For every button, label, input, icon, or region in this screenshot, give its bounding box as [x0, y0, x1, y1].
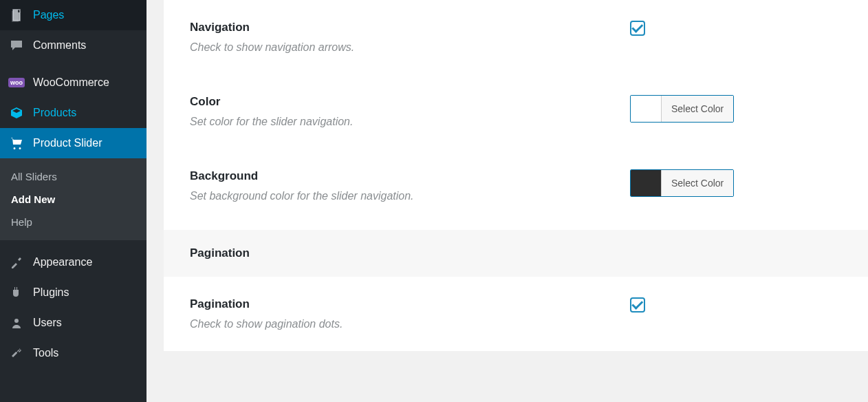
field-color: Color Set color for the slider navigatio… [164, 54, 868, 128]
navigation-checkbox[interactable] [630, 21, 645, 36]
sidebar-item-pages[interactable]: Pages [0, 0, 147, 30]
admin-sidebar: Pages Comments woo WooCommerce Products … [0, 0, 147, 402]
color-desc: Set color for the slider navigation. [190, 116, 630, 128]
submenu-add-new[interactable]: Add New [0, 188, 147, 211]
settings-panel: Navigation Check to show navigation arro… [164, 0, 868, 351]
field-pagination: Pagination Check to show pagination dots… [164, 277, 868, 330]
woo-icon: woo [8, 74, 25, 91]
sidebar-label: Appearance [33, 256, 92, 268]
pagination-section-header: Pagination [164, 230, 868, 277]
sidebar-item-users[interactable]: Users [0, 308, 147, 338]
pagination-section-title: Pagination [190, 246, 842, 260]
background-title: Background [190, 169, 630, 183]
sidebar-label: Product Slider [33, 137, 102, 149]
main-content: Navigation Check to show navigation arro… [147, 0, 868, 402]
sidebar-item-products[interactable]: Products [0, 98, 147, 128]
background-color-picker[interactable]: Select Color [630, 169, 734, 197]
plugins-icon [8, 284, 25, 301]
sidebar-item-appearance[interactable]: Appearance [0, 247, 147, 277]
pagination-checkbox[interactable] [630, 297, 645, 313]
pagination-title: Pagination [190, 297, 630, 311]
submenu-all-sliders[interactable]: All Sliders [0, 165, 147, 188]
sidebar-label: Users [33, 317, 62, 329]
pagination-desc: Check to show pagination dots. [190, 318, 630, 330]
submenu-help[interactable]: Help [0, 211, 147, 233]
color-title: Color [190, 95, 630, 109]
background-swatch [631, 170, 661, 196]
color-picker[interactable]: Select Color [630, 95, 734, 123]
field-navigation: Navigation Check to show navigation arro… [164, 0, 868, 54]
sidebar-label: Comments [33, 39, 86, 52]
navigation-title: Navigation [190, 21, 630, 34]
background-select-button: Select Color [661, 170, 733, 196]
products-icon [8, 105, 25, 121]
svg-point-2 [14, 319, 19, 323]
sidebar-item-tools[interactable]: Tools [0, 338, 147, 368]
sidebar-label: Products [33, 107, 76, 119]
sidebar-label: Plugins [33, 286, 69, 299]
product-slider-submenu: All Sliders Add New Help [0, 158, 147, 240]
sidebar-label: Pages [33, 9, 64, 21]
field-background: Background Set background color for the … [164, 128, 868, 202]
svg-rect-1 [12, 11, 19, 22]
sidebar-label: WooCommerce [33, 76, 109, 89]
color-swatch [631, 96, 661, 122]
users-icon [8, 315, 25, 331]
pages-icon [8, 7, 25, 23]
sidebar-label: Tools [33, 347, 58, 359]
comment-icon [8, 37, 25, 54]
color-select-button: Select Color [661, 96, 733, 122]
tools-icon [8, 345, 25, 361]
sidebar-item-comments[interactable]: Comments [0, 30, 147, 61]
sidebar-item-plugins[interactable]: Plugins [0, 277, 147, 308]
cart-icon [8, 135, 25, 151]
sidebar-item-woocommerce[interactable]: woo WooCommerce [0, 67, 147, 98]
appearance-icon [8, 254, 25, 271]
sidebar-item-product-slider[interactable]: Product Slider [0, 128, 147, 158]
navigation-desc: Check to show navigation arrows. [190, 41, 630, 54]
background-desc: Set background color for the slider navi… [190, 190, 630, 202]
